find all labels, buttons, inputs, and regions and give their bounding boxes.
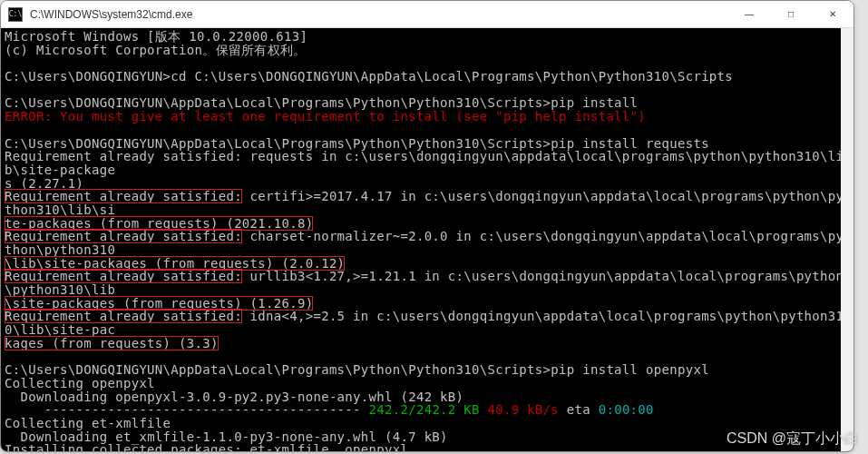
- progress-eta-label: eta: [559, 402, 599, 417]
- line: Requirement already satisfied:: [5, 189, 242, 203]
- line: Collecting et-xmlfile: [5, 416, 171, 430]
- minimize-button[interactable]: —: [728, 1, 770, 27]
- error-line: ERROR: You must give at least one requir…: [5, 109, 646, 123]
- cmd-icon: C:\: [8, 7, 23, 22]
- line: Microsoft Windows [版本 10.0.22000.613]: [5, 29, 307, 44]
- line: Requirement already satisfied:: [5, 229, 242, 243]
- highlight-box: Requirement already satisfied:: [5, 189, 242, 203]
- line: s (2.27.1): [5, 176, 83, 191]
- progress-size: 242.2/242.2 KB: [369, 402, 480, 417]
- prompt-line: C:\Users\DONGQINGYUN\AppData\Local\Progr…: [5, 136, 709, 151]
- close-button[interactable]: ✕: [812, 1, 853, 27]
- line: Requirement already satisfied:: [5, 269, 242, 283]
- highlight-box: Requirement already satisfied:: [5, 309, 242, 323]
- prompt-line: C:\Users\DONGQINGYUN\AppData\Local\Progr…: [5, 362, 709, 377]
- window-title: C:\WINDOWS\system32\cmd.exe: [30, 8, 728, 21]
- cmd-window: C:\ C:\WINDOWS\system32\cmd.exe — □ ✕ Mi…: [0, 0, 854, 452]
- line: Installing collected packages: et-xmlfil…: [5, 442, 408, 451]
- prompt-line: C:\Users\DONGQINGYUN>cd C:\Users\DONGQIN…: [5, 69, 733, 84]
- progress-bar: ----------------------------------------: [5, 402, 369, 417]
- line: Downloading et_xmlfile-1.1.0-py3-none-an…: [5, 429, 448, 444]
- highlight-box: kages (from requests) (3.3): [5, 336, 219, 350]
- line: te-packages (from requests) (2021.10.8): [5, 216, 313, 231]
- maximize-button[interactable]: □: [770, 1, 812, 27]
- scrollbar[interactable]: [841, 28, 853, 451]
- titlebar[interactable]: C:\ C:\WINDOWS\system32\cmd.exe — □ ✕: [1, 1, 853, 28]
- line: kages (from requests) (3.3): [5, 336, 219, 350]
- highlight-box: Requirement already satisfied:: [5, 269, 242, 283]
- highlight-box: \site-packages (from requests) (1.26.9): [5, 296, 313, 311]
- line: \lib\site-packages (from requests) (2.0.…: [5, 256, 345, 271]
- prompt-line: C:\Users\DONGQINGYUN\AppData\Local\Progr…: [5, 95, 638, 110]
- line: \site-packages (from requests) (1.26.9): [5, 296, 313, 311]
- line: Downloading openpyxl-3.0.9-py2.py3-none-…: [5, 390, 463, 404]
- line: Collecting openpyxl: [5, 376, 155, 390]
- highlight-box: te-packages (from requests) (2021.10.8): [5, 216, 313, 231]
- line: (c) Microsoft Corporation。保留所有权利。: [5, 43, 307, 57]
- highlight-box: Requirement already satisfied:: [5, 229, 242, 243]
- line: Requirement already satisfied:: [5, 309, 242, 323]
- page-side-strip: [857, 0, 868, 454]
- highlight-box: \lib\site-packages (from requests) (2.0.…: [5, 256, 345, 271]
- window-controls: — □ ✕: [728, 1, 853, 27]
- progress-eta: 0:00:00: [599, 402, 654, 417]
- line: Requirement already satisfied: requests …: [5, 149, 844, 177]
- terminal-output[interactable]: Microsoft Windows [版本 10.0.22000.613] (c…: [1, 28, 853, 451]
- progress-speed: 40.9 kB/s: [480, 402, 559, 417]
